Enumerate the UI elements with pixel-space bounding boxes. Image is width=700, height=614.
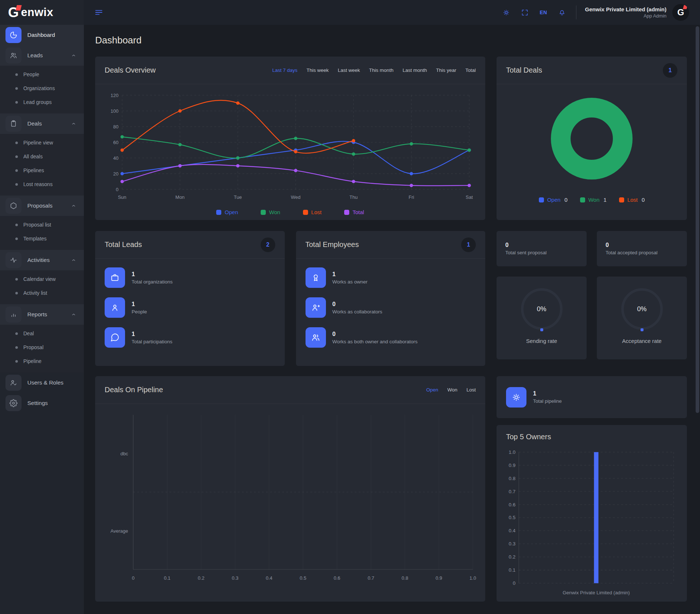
donut-legend-item-lost[interactable]: Lost0 bbox=[619, 197, 645, 203]
sidebar-subitem-label: Deal bbox=[23, 331, 34, 336]
legend-count: 0 bbox=[642, 197, 645, 203]
svg-text:0: 0 bbox=[116, 187, 118, 192]
stat-row-total-organizations: 1Total organizations bbox=[105, 267, 275, 288]
sidebar-subitem-pipelines[interactable]: Pipelines bbox=[0, 163, 84, 177]
legend-swatch bbox=[261, 210, 266, 215]
svg-text:0.6: 0.6 bbox=[509, 502, 515, 507]
sidebar-item-reports[interactable]: Reports bbox=[0, 304, 84, 325]
sidebar-subitem-label: Proposal bbox=[23, 344, 43, 350]
legend-label: Open bbox=[225, 209, 238, 215]
donut-legend-item-won[interactable]: Won1 bbox=[580, 197, 607, 203]
svg-text:dbc: dbc bbox=[120, 451, 128, 456]
person-icon bbox=[105, 297, 125, 318]
donut-legend-item-open[interactable]: Open0 bbox=[539, 197, 568, 203]
deals-overview-filter-last-week[interactable]: Last week bbox=[338, 67, 360, 73]
sidebar-subitem-all-deals[interactable]: All deals bbox=[0, 150, 84, 163]
sidebar-item-label: Reports bbox=[27, 311, 65, 318]
deals-overview-filter-this-month[interactable]: This month bbox=[369, 67, 393, 73]
sidebar-subitem-proposal[interactable]: Proposal bbox=[0, 340, 84, 354]
bullet-icon bbox=[15, 332, 18, 335]
sidebar-item-users-roles[interactable]: Users & Roles bbox=[0, 372, 84, 393]
sidebar-subgroup-reports: DealProposalPipeline bbox=[0, 325, 84, 372]
svg-text:0.5: 0.5 bbox=[509, 515, 515, 520]
menu-icon[interactable] bbox=[94, 8, 104, 17]
person-plus-icon bbox=[306, 297, 326, 318]
legend-item-open[interactable]: Open bbox=[216, 209, 238, 215]
sidebar-item-label: Proposals bbox=[27, 202, 65, 209]
sidebar-item-label: Dashboard bbox=[27, 32, 77, 38]
sidebar-subitem-pipeline[interactable]: Pipeline bbox=[0, 354, 84, 368]
stat-row-total-participations: 1Total participations bbox=[105, 327, 275, 348]
sidebar-subitem-calendar-view[interactable]: Calendar view bbox=[0, 272, 84, 286]
stat-value: 0 bbox=[332, 301, 382, 308]
sidebar-subitem-templates[interactable]: Templates bbox=[0, 232, 84, 246]
svg-text:0.9: 0.9 bbox=[436, 575, 442, 581]
sidebar-item-deals[interactable]: Deals bbox=[0, 113, 84, 134]
sun-icon bbox=[506, 387, 526, 408]
brightness-icon[interactable] bbox=[502, 9, 510, 16]
sent-proposal-value: 0 bbox=[505, 242, 578, 248]
deals-on-pipeline-filter-lost[interactable]: Lost bbox=[466, 387, 476, 393]
deals-overview-filter-this-week[interactable]: This week bbox=[307, 67, 329, 73]
deals-overview-legend: OpenWonLostTotal bbox=[95, 205, 485, 221]
deals-overview-filter-last-month[interactable]: Last month bbox=[402, 67, 427, 73]
bullet-icon bbox=[15, 183, 18, 186]
deals-on-pipeline-filter-open[interactable]: Open bbox=[426, 387, 438, 393]
sidebar-subitem-proposal-list[interactable]: Proposal list bbox=[0, 218, 84, 232]
sidebar-subitem-deal[interactable]: Deal bbox=[0, 327, 84, 340]
top-header: EN Genwix Private Limited (admin) App Ad… bbox=[84, 0, 700, 25]
brand-logo-g: G bbox=[8, 5, 19, 19]
legend-swatch bbox=[216, 210, 221, 215]
legend-item-total[interactable]: Total bbox=[344, 209, 364, 215]
brand-logo[interactable]: G enwix bbox=[0, 0, 84, 25]
sidebar-subitem-people[interactable]: People bbox=[0, 67, 84, 81]
sidebar-subitem-pipeline-view[interactable]: Pipeline view bbox=[0, 136, 84, 150]
fullscreen-icon[interactable] bbox=[521, 9, 529, 16]
svg-text:0.5: 0.5 bbox=[300, 575, 306, 581]
user-check-icon bbox=[5, 375, 22, 391]
sent-proposal-label: Total sent proposal bbox=[505, 250, 578, 255]
legend-count: 1 bbox=[603, 197, 606, 203]
deals-overview-filter-total[interactable]: Total bbox=[465, 67, 476, 73]
deals-on-pipeline-filter-won[interactable]: Won bbox=[447, 387, 458, 393]
avatar[interactable]: G bbox=[672, 4, 689, 21]
briefcase-icon bbox=[105, 267, 125, 288]
sidebar-subgroup-proposals: Proposal listTemplates bbox=[0, 216, 84, 250]
svg-text:60: 60 bbox=[113, 140, 118, 145]
legend-item-won[interactable]: Won bbox=[261, 209, 280, 215]
legend-item-lost[interactable]: Lost bbox=[303, 209, 322, 215]
svg-text:Tue: Tue bbox=[234, 194, 242, 200]
total-deals-badge: 1 bbox=[663, 63, 677, 78]
sending-rate-card: 0% Sending rate bbox=[497, 277, 587, 359]
bell-icon[interactable] bbox=[558, 9, 566, 16]
acceptance-rate-ring: 0% bbox=[621, 288, 663, 330]
sidebar-subitem-label: Pipelines bbox=[23, 167, 44, 173]
sidebar-item-proposals[interactable]: Proposals bbox=[0, 196, 84, 216]
deals-overview-filter-this-year[interactable]: This year bbox=[436, 67, 456, 73]
sidebar-item-settings[interactable]: Settings bbox=[0, 393, 84, 413]
svg-text:Mon: Mon bbox=[175, 194, 184, 200]
stat-row-works-as-collaborators: 0Works as collaborators bbox=[306, 297, 476, 318]
sidebar-item-leads[interactable]: Leads bbox=[0, 45, 84, 66]
deals-overview-filter-last-7-days[interactable]: Last 7 days bbox=[272, 67, 298, 73]
sidebar-item-dashboard[interactable]: Dashboard bbox=[0, 25, 84, 45]
total-pipeline-value: 1 bbox=[533, 390, 562, 397]
language-switcher[interactable]: EN bbox=[540, 9, 547, 15]
people-icon bbox=[5, 47, 22, 63]
sidebar-item-activities[interactable]: Activities bbox=[0, 250, 84, 270]
svg-text:0.8: 0.8 bbox=[509, 476, 515, 481]
svg-text:100: 100 bbox=[110, 108, 118, 114]
sidebar-subitem-activity-list[interactable]: Activity list bbox=[0, 286, 84, 300]
stat-row-works-as-both-owner-and-collaborators: 0Works as both owner and collaborators bbox=[306, 327, 476, 348]
stat-label: Total participations bbox=[132, 339, 172, 344]
user-menu[interactable]: Genwix Private Limited (admin) App Admin bbox=[585, 6, 666, 19]
sidebar-subitem-label: Lost reasons bbox=[23, 181, 52, 187]
sidebar-subitem-organizations[interactable]: Organizations bbox=[0, 81, 84, 95]
svg-text:Average: Average bbox=[110, 528, 128, 534]
total-leads-card: Total Leads 2 1Total organizations1Peopl… bbox=[95, 231, 285, 366]
sidebar-subitem-lead-groups[interactable]: Lead groups bbox=[0, 95, 84, 109]
sidebar-subitem-lost-reasons[interactable]: Lost reasons bbox=[0, 177, 84, 191]
svg-text:0.3: 0.3 bbox=[509, 541, 515, 547]
page-scrollbar[interactable] bbox=[696, 26, 699, 413]
svg-text:Wed: Wed bbox=[291, 194, 301, 200]
